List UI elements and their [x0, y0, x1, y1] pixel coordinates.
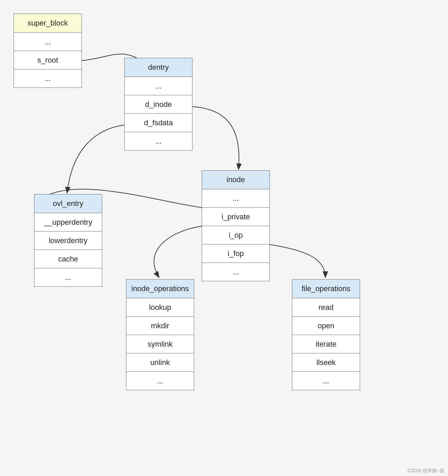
- header-dentry: dentry: [125, 58, 192, 77]
- field-read: read: [292, 298, 360, 316]
- box-file-operations: file_operations read open iterate llseek…: [292, 279, 360, 390]
- diagram-canvas: { "boxes": { "super_block": { "header": …: [0, 0, 448, 476]
- field-upperdentry: __upperdentry: [34, 213, 102, 231]
- field: ...: [14, 32, 81, 51]
- field-lowerdentry: lowerdentry: [34, 231, 102, 250]
- arrow-dinode-to-inode: [192, 107, 239, 170]
- watermark: CSDN @序猿--磊: [407, 468, 445, 474]
- field: ...: [14, 69, 81, 88]
- arrow-iop-to-inodeops: [154, 226, 202, 277]
- field-mkdir: mkdir: [126, 316, 194, 335]
- field-i-fop: i_fop: [202, 244, 269, 263]
- field: ...: [125, 77, 192, 95]
- field-i-private: i_private: [202, 207, 269, 226]
- field: ...: [202, 189, 269, 207]
- box-inode: inode ... i_private i_op i_fop ...: [202, 170, 270, 281]
- arrow-dfsdata-to-ovlentry: [67, 125, 124, 193]
- box-super-block: super_block ... s_root ...: [14, 14, 82, 88]
- box-inode-operations: inode_operations lookup mkdir symlink un…: [126, 279, 194, 390]
- field-open: open: [292, 316, 360, 335]
- field-d-inode: d_inode: [125, 95, 192, 113]
- field-d-fsdata: d_fsdata: [125, 113, 192, 132]
- field-symlink: symlink: [126, 335, 194, 353]
- box-dentry: dentry ... d_inode d_fsdata ...: [124, 58, 192, 150]
- field-unlink: unlink: [126, 353, 194, 371]
- field: ...: [292, 371, 360, 390]
- box-ovl-entry: ovl_entry __upperdentry lowerdentry cach…: [34, 194, 102, 287]
- field: ...: [202, 263, 269, 281]
- field-llseek: llseek: [292, 353, 360, 371]
- field-iterate: iterate: [292, 335, 360, 353]
- header-file-operations: file_operations: [292, 280, 360, 298]
- field-lookup: lookup: [126, 298, 194, 316]
- arrow-ifop-to-fileops: [269, 244, 325, 277]
- field: ...: [34, 268, 102, 286]
- header-super-block: super_block: [14, 14, 81, 32]
- field-cache: cache: [34, 250, 102, 268]
- field: ...: [125, 132, 192, 150]
- header-inode: inode: [202, 171, 269, 189]
- field-i-op: i_op: [202, 226, 269, 244]
- header-inode-operations: inode_operations: [126, 280, 194, 298]
- field: ...: [126, 371, 194, 390]
- header-ovl-entry: ovl_entry: [34, 194, 102, 213]
- field-s-root: s_root: [14, 51, 81, 69]
